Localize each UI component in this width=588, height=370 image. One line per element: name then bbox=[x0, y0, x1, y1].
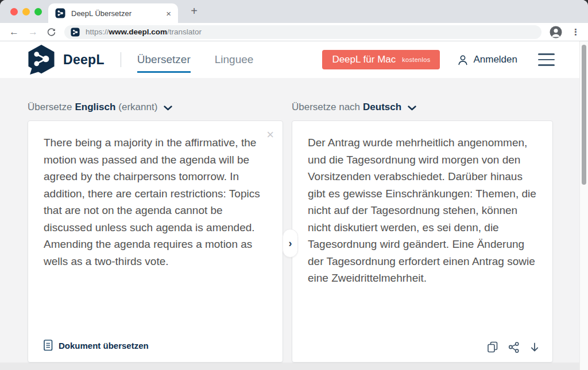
tab-uebersetzer[interactable]: Übersetzer bbox=[137, 53, 191, 66]
maximize-window-button[interactable] bbox=[34, 8, 42, 15]
clear-source-icon[interactable]: × bbox=[266, 128, 274, 141]
back-icon[interactable]: ← bbox=[9, 27, 19, 37]
tab-linguee[interactable]: Linguee bbox=[215, 53, 254, 66]
forward-icon[interactable]: → bbox=[28, 27, 38, 37]
source-panel: There being a majority in the affirmativ… bbox=[28, 120, 283, 363]
scrollbar-thumb[interactable] bbox=[582, 45, 586, 185]
download-icon[interactable] bbox=[529, 342, 540, 353]
chevron-down-icon bbox=[408, 106, 416, 111]
target-panel: Der Antrag wurde mehrheitlich angenommen… bbox=[292, 120, 553, 363]
browser-tab[interactable]: DeepL Übersetzer × bbox=[48, 3, 178, 23]
close-window-button[interactable] bbox=[10, 8, 18, 15]
site-header: DeepL Übersetzer Linguee DeepL für Mac k… bbox=[0, 41, 588, 78]
url-scheme: https:// bbox=[86, 28, 109, 36]
tab-title: DeepL Übersetzer bbox=[71, 9, 166, 18]
url-text: https://www.deepl.com/translator bbox=[86, 28, 202, 36]
target-selector-prefix: Übersetze nach bbox=[292, 102, 360, 113]
browser-window: DeepL Übersetzer × + ← → https://www.dee… bbox=[0, 0, 588, 370]
new-tab-button[interactable]: + bbox=[187, 5, 201, 18]
translate-document-label: Dokument übersetzen bbox=[59, 341, 149, 350]
copy-icon[interactable] bbox=[487, 341, 498, 353]
browser-toolbar: ← → https://www.deepl.com/translator bbox=[0, 23, 588, 41]
deepl-favicon-icon bbox=[71, 28, 80, 37]
traffic-lights bbox=[10, 8, 42, 15]
deepl-favicon-icon bbox=[55, 8, 65, 18]
reload-icon[interactable] bbox=[47, 27, 56, 37]
address-bar[interactable]: https://www.deepl.com/translator bbox=[64, 25, 541, 39]
target-actions bbox=[487, 341, 540, 353]
target-text-output: Der Antrag wurde mehrheitlich angenommen… bbox=[292, 121, 552, 287]
tab-strip: DeepL Übersetzer × + bbox=[0, 0, 588, 23]
header-divider bbox=[121, 52, 121, 67]
person-icon bbox=[457, 54, 469, 66]
translator-main: Übersetze Englisch (erkannt) Übersetze n… bbox=[0, 78, 588, 370]
minimize-window-button[interactable] bbox=[22, 8, 30, 15]
share-icon[interactable] bbox=[508, 341, 520, 353]
translate-document-link[interactable]: Dokument übersetzen bbox=[44, 340, 149, 351]
login-label: Anmelden bbox=[473, 54, 517, 65]
url-path: /translator bbox=[167, 28, 202, 36]
source-text-input[interactable]: There being a majority in the affirmativ… bbox=[28, 121, 283, 270]
chevron-down-icon bbox=[164, 106, 172, 111]
login-button[interactable]: Anmelden bbox=[457, 54, 517, 66]
target-language: Deutsch bbox=[363, 102, 401, 113]
bottom-strip bbox=[0, 363, 588, 370]
hamburger-menu-icon[interactable] bbox=[538, 53, 555, 66]
deepl-for-mac-button[interactable]: DeepL für Mac kostenlos bbox=[322, 50, 440, 69]
source-language-selector[interactable]: Übersetze Englisch (erkannt) bbox=[28, 102, 172, 113]
mac-button-label: DeepL für Mac bbox=[332, 54, 396, 65]
source-selector-prefix: Übersetze bbox=[28, 102, 72, 113]
browser-menu-icon[interactable]: ⋮ bbox=[571, 28, 580, 36]
target-language-selector[interactable]: Übersetze nach Deutsch bbox=[292, 102, 416, 113]
deepl-logo-icon[interactable] bbox=[26, 44, 56, 75]
mac-button-badge: kostenlos bbox=[402, 56, 430, 63]
page-scrollbar[interactable] bbox=[579, 41, 588, 370]
tab-close-icon[interactable]: × bbox=[166, 9, 171, 18]
brand-wordmark: DeepL bbox=[63, 52, 105, 68]
url-domain: www.deepl.com bbox=[109, 28, 168, 36]
document-icon bbox=[44, 340, 53, 351]
profile-avatar[interactable] bbox=[550, 26, 562, 38]
source-selector-suffix: (erkannt) bbox=[118, 102, 157, 113]
translate-direction-button[interactable]: › bbox=[283, 229, 298, 258]
source-language: Englisch bbox=[75, 102, 115, 113]
